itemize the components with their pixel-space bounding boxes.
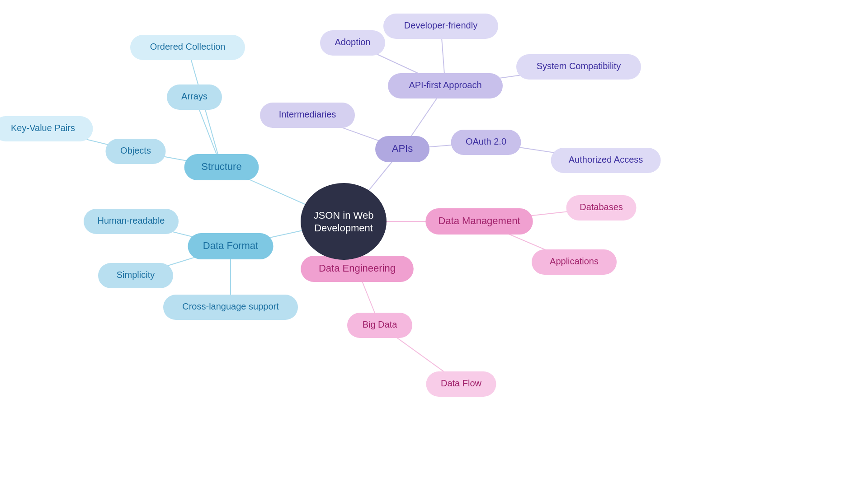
svg-text:Data Flow: Data Flow <box>441 378 482 388</box>
node-system-compatibility: System Compatibility <box>516 54 641 80</box>
node-data-management: Data Management <box>425 208 533 235</box>
svg-point-69 <box>301 183 387 260</box>
svg-text:Data Format: Data Format <box>203 240 258 251</box>
node-authorized-access: Authorized Access <box>551 148 661 173</box>
node-arrays: Arrays <box>167 84 222 110</box>
svg-text:Data Management: Data Management <box>439 215 520 226</box>
svg-text:Ordered Collection: Ordered Collection <box>150 42 226 52</box>
svg-text:Adoption: Adoption <box>335 37 371 47</box>
svg-text:Objects: Objects <box>120 145 151 155</box>
node-json-in-web-development: JSON in WebDevelopment <box>301 183 387 260</box>
svg-text:Simplicity: Simplicity <box>117 270 155 280</box>
svg-text:Intermediaries: Intermediaries <box>279 109 336 119</box>
node-adoption: Adoption <box>320 30 385 56</box>
svg-text:Arrays: Arrays <box>181 91 208 101</box>
svg-text:Cross-language support: Cross-language support <box>182 301 279 311</box>
node-cross-language-support: Cross-language support <box>163 295 298 320</box>
svg-text:Applications: Applications <box>550 256 599 266</box>
svg-text:OAuth 2.0: OAuth 2.0 <box>466 136 506 146</box>
node-api-first-approach: API-first Approach <box>388 73 503 99</box>
svg-text:Human-readable: Human-readable <box>98 216 165 225</box>
node-big-data: Big Data <box>347 313 412 338</box>
node-intermediaries: Intermediaries <box>260 103 355 128</box>
node-apis: APIs <box>375 136 429 162</box>
node-applications: Applications <box>532 249 617 275</box>
svg-text:Developer-friendly: Developer-friendly <box>404 20 477 30</box>
node-key-value-pairs: Key-Value Pairs <box>0 116 93 141</box>
svg-text:Development: Development <box>314 222 373 234</box>
svg-text:APIs: APIs <box>392 143 413 154</box>
mindmap-svg: StructureArraysObjectsKey-Value PairsOrd… <box>0 0 868 488</box>
svg-text:Authorized Access: Authorized Access <box>569 155 643 164</box>
node-oauth-2.0: OAuth 2.0 <box>451 130 521 155</box>
node-simplicity: Simplicity <box>98 263 173 288</box>
svg-text:Databases: Databases <box>580 202 623 212</box>
svg-text:Big Data: Big Data <box>363 319 398 329</box>
node-human-readable: Human-readable <box>84 209 179 234</box>
node-structure: Structure <box>184 154 259 180</box>
node-developer-friendly: Developer-friendly <box>383 14 498 39</box>
node-data-flow: Data Flow <box>426 371 496 397</box>
svg-text:Structure: Structure <box>201 161 241 172</box>
svg-text:Data Engineering: Data Engineering <box>319 263 396 274</box>
svg-text:Key-Value Pairs: Key-Value Pairs <box>11 123 75 133</box>
node-ordered-collection: Ordered Collection <box>130 35 245 60</box>
svg-text:JSON in Web: JSON in Web <box>314 210 374 221</box>
node-objects: Objects <box>106 139 166 164</box>
svg-text:System Compatibility: System Compatibility <box>537 61 621 71</box>
node-data-format: Data Format <box>188 233 273 259</box>
node-databases: Databases <box>566 195 637 221</box>
svg-text:API-first Approach: API-first Approach <box>409 80 481 90</box>
node-data-engineering: Data Engineering <box>301 256 414 282</box>
